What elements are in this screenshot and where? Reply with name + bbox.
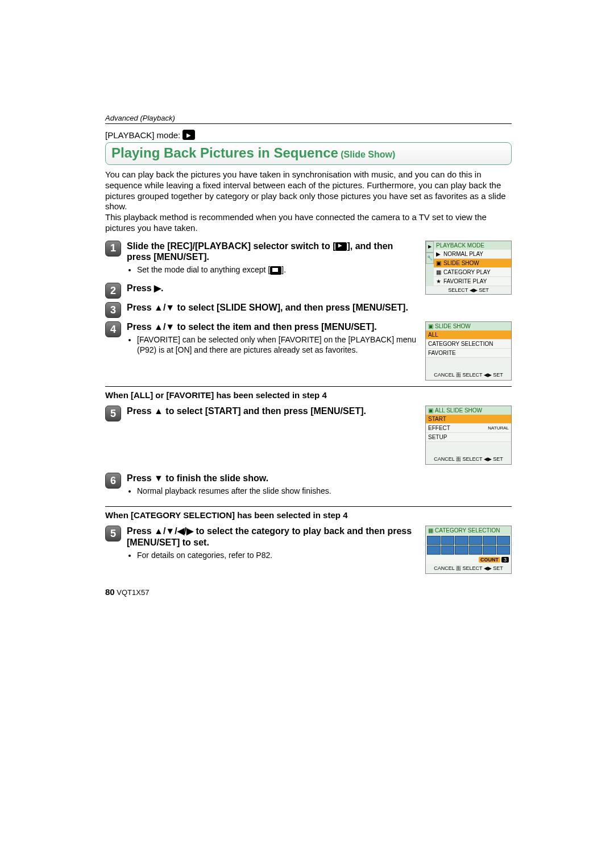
page-title-box: Playing Back Pictures in Sequence (Slide… bbox=[105, 142, 512, 165]
screenshot-slide-show: ▣SLIDE SHOW ALL CATEGORY SELECTION FAVOR… bbox=[425, 321, 512, 381]
intro-text: You can play back the pictures you have … bbox=[105, 170, 512, 234]
count-row: COUNT 3 bbox=[426, 556, 511, 564]
step-badge-4: 4 bbox=[105, 321, 121, 337]
step-1-title-a: Slide the [REC]/[PLAYBACK] selector swit… bbox=[127, 241, 335, 251]
sc-footer: CANCEL 面 SELECT ◀▶ SET bbox=[426, 370, 511, 380]
sc-item-selected: ▣SLIDE SHOW bbox=[434, 259, 511, 268]
step-5-title: Press ▲ to select [START] and then press… bbox=[127, 406, 420, 416]
category-grid bbox=[426, 535, 511, 556]
step-3: 3 Press ▲/▼ to select [SLIDE SHOW], and … bbox=[105, 302, 512, 318]
step-6-title: Press ▼ to finish the slide show. bbox=[127, 473, 512, 483]
section-header: Advanced (Playback) bbox=[105, 114, 512, 124]
sc-item: CATEGORY SELECTION bbox=[426, 340, 511, 349]
step-5: 5 Press ▲ to select [START] and then pre… bbox=[105, 406, 420, 421]
subsection-category: When [CATEGORY SELECTION] has been selec… bbox=[105, 510, 512, 520]
sc-item: ▦CATEGORY PLAY bbox=[434, 268, 511, 277]
sc-header: ▣ALL SLIDE SHOW bbox=[426, 406, 511, 415]
step-4: 4 Press ▲/▼ to select the item and then … bbox=[105, 321, 420, 360]
screenshot-all-slide-show: ▣ALL SLIDE SHOW START EFFECTNATURAL SETU… bbox=[425, 406, 512, 465]
step-5b-title: Press ▲/▼/◀/▶ to select the category to … bbox=[127, 526, 420, 547]
sc-item: SETUP bbox=[426, 433, 511, 442]
playback-mode-icon bbox=[335, 242, 347, 251]
step-6: 6 Press ▼ to finish the slide show. Norm… bbox=[105, 473, 512, 501]
screenshot-category-selection: ▦CATEGORY SELECTION COUNT 3 CANCEL 面 SEL… bbox=[425, 526, 512, 574]
step-1-bullet: Set the mode dial to anything except []. bbox=[137, 264, 420, 275]
sc-header: PLAYBACK MODE bbox=[434, 241, 511, 250]
sc-item: ★FAVORITE PLAY bbox=[434, 277, 511, 286]
divider bbox=[105, 506, 512, 507]
page-title: Playing Back Pictures in Sequence bbox=[111, 145, 338, 160]
sc-item-selected: ALL bbox=[426, 330, 511, 340]
sc-item: ▶NORMAL PLAY bbox=[434, 250, 511, 259]
sc-footer: CANCEL 面 SELECT ◀▶ SET bbox=[426, 454, 511, 464]
clipboard-icon bbox=[270, 266, 281, 275]
step-5b-bullet: For details on categories, refer to P82. bbox=[137, 550, 420, 560]
step-2: 2 Press ▶. bbox=[105, 283, 420, 299]
tab-icon: ▶ bbox=[426, 241, 434, 253]
step-badge-2: 2 bbox=[105, 283, 121, 299]
step-4-title: Press ▲/▼ to select the item and then pr… bbox=[127, 321, 420, 332]
page-number: 80 bbox=[105, 587, 115, 597]
doc-id: VQT1X57 bbox=[117, 588, 149, 597]
step-6-bullet: Normal playback resumes after the slide … bbox=[137, 486, 512, 496]
step-badge-1: 1 bbox=[105, 241, 121, 257]
sc-header: ▦CATEGORY SELECTION bbox=[426, 526, 511, 535]
sc-item: FAVORITE bbox=[426, 349, 511, 358]
subsection-all-favorite: When [ALL] or [FAVORITE] has been select… bbox=[105, 390, 512, 400]
step-badge-5: 5 bbox=[105, 406, 121, 421]
tab-icon: 🔧 bbox=[426, 253, 434, 264]
step-1: 1 Slide the [REC]/[PLAYBACK] selector sw… bbox=[105, 241, 420, 280]
sc-item: EFFECTNATURAL bbox=[426, 424, 511, 433]
sc-footer: SELECT ◀▶ SET bbox=[426, 286, 511, 294]
playback-icon: ▶ bbox=[182, 130, 195, 140]
step-4-bullet: [FAVORITE] can be selected only when [FA… bbox=[137, 334, 420, 355]
mode-line: [PLAYBACK] mode: ▶ bbox=[105, 130, 512, 140]
screenshot-playback-mode: ▶ 🔧 PLAYBACK MODE ▶NORMAL PLAY ▣SLIDE SH… bbox=[425, 241, 512, 295]
sc-item-selected: START bbox=[426, 415, 511, 424]
mode-label: [PLAYBACK] mode: bbox=[105, 130, 180, 140]
step-badge-5b: 5 bbox=[105, 526, 121, 542]
step-3-title: Press ▲/▼ to select [SLIDE SHOW], and th… bbox=[127, 302, 512, 313]
step-5b: 5 Press ▲/▼/◀/▶ to select the category t… bbox=[105, 526, 420, 565]
page-subtitle: (Slide Show) bbox=[338, 150, 395, 159]
page-footer: 80 VQT1X57 bbox=[105, 587, 149, 597]
step-badge-6: 6 bbox=[105, 473, 121, 489]
sc-footer: CANCEL 面 SELECT ◀▶ SET bbox=[426, 564, 511, 573]
divider bbox=[105, 386, 512, 387]
step-2-title: Press ▶. bbox=[127, 283, 420, 294]
sc-header: ▣SLIDE SHOW bbox=[426, 322, 511, 330]
step-badge-3: 3 bbox=[105, 302, 121, 318]
